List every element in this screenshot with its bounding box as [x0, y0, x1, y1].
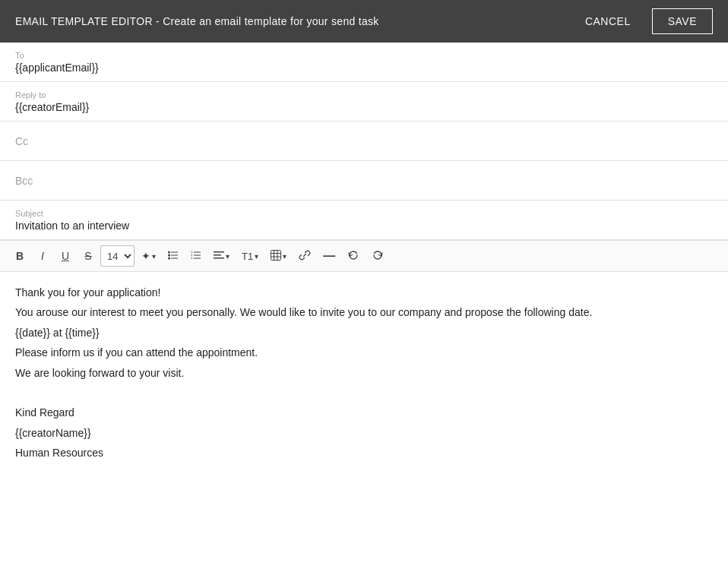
italic-button[interactable]: I — [32, 245, 53, 267]
svg-rect-3 — [171, 254, 178, 255]
ordered-list-button[interactable]: 1. 2. 3. — [185, 245, 207, 267]
horizontal-rule-button[interactable]: — — [318, 245, 340, 267]
undo-icon — [347, 249, 359, 264]
reply-to-label: Reply to — [15, 90, 713, 100]
align-button[interactable] — [208, 245, 235, 267]
subject-value: Invitation to an interview — [15, 220, 713, 232]
subject-label: Subject — [15, 209, 713, 218]
ordered-list-icon: 1. 2. 3. — [191, 250, 201, 263]
to-label: To — [15, 51, 713, 60]
svg-rect-15 — [271, 250, 281, 260]
bcc-field[interactable]: Bcc — [0, 161, 728, 201]
svg-text:3.: 3. — [191, 256, 193, 260]
redo-icon — [372, 249, 384, 264]
svg-point-4 — [168, 257, 170, 259]
strikethrough-button[interactable]: S — [78, 245, 99, 267]
cancel-button[interactable]: CANCEL — [573, 9, 643, 33]
header-actions: CANCEL SAVE — [573, 8, 713, 34]
app-container: EMAIL TEMPLATE EDITOR - Create an email … — [0, 0, 728, 575]
style-icon: ✦ — [141, 250, 150, 262]
svg-rect-11 — [194, 257, 201, 258]
svg-rect-7 — [194, 251, 201, 252]
header: EMAIL TEMPLATE EDITOR - Create an email … — [0, 0, 728, 43]
undo-button[interactable] — [342, 245, 365, 267]
reply-to-field[interactable]: Reply to {{creatorEmail}} — [0, 82, 728, 122]
style-button[interactable]: ✦ — [136, 245, 161, 267]
svg-rect-9 — [194, 254, 201, 255]
to-field[interactable]: To {{applicantEmail}} — [0, 43, 728, 82]
editor-body[interactable]: Thank you for your application!You arous… — [0, 272, 728, 575]
text-format-button[interactable]: T1 — [236, 245, 264, 267]
unordered-list-button[interactable] — [163, 245, 184, 267]
form-area: To {{applicantEmail}} Reply to {{creator… — [0, 43, 728, 240]
cc-field[interactable]: Cc — [0, 122, 728, 161]
underline-button[interactable]: U — [55, 245, 76, 267]
font-size-select[interactable]: 14 8 10 12 16 18 24 — [100, 245, 135, 267]
redo-button[interactable] — [366, 245, 389, 267]
horizontal-rule-icon: — — [323, 249, 335, 263]
subject-field[interactable]: Subject Invitation to an interview — [0, 201, 728, 240]
editor-toolbar: B I U S 14 8 10 12 16 18 24 ✦ — [0, 240, 728, 272]
unordered-list-icon — [168, 250, 179, 263]
link-icon — [299, 249, 311, 264]
svg-rect-14 — [214, 257, 224, 259]
cc-label: Cc — [15, 135, 713, 147]
page-title: EMAIL TEMPLATE EDITOR - Create an email … — [15, 15, 379, 27]
svg-rect-12 — [214, 251, 224, 253]
bold-button[interactable]: B — [9, 245, 30, 267]
table-icon — [271, 250, 281, 263]
svg-rect-5 — [171, 257, 178, 258]
bcc-label: Bcc — [15, 175, 713, 187]
table-button[interactable] — [265, 245, 292, 267]
svg-point-0 — [168, 251, 170, 253]
svg-rect-1 — [171, 251, 178, 252]
text-format-icon: T1 — [242, 251, 253, 262]
to-value: {{applicantEmail}} — [15, 62, 713, 74]
save-button[interactable]: SAVE — [652, 8, 713, 34]
svg-rect-13 — [214, 254, 221, 256]
svg-point-2 — [168, 254, 170, 256]
align-icon — [214, 250, 224, 263]
link-button[interactable] — [293, 245, 316, 267]
reply-to-value: {{creatorEmail}} — [15, 101, 713, 113]
